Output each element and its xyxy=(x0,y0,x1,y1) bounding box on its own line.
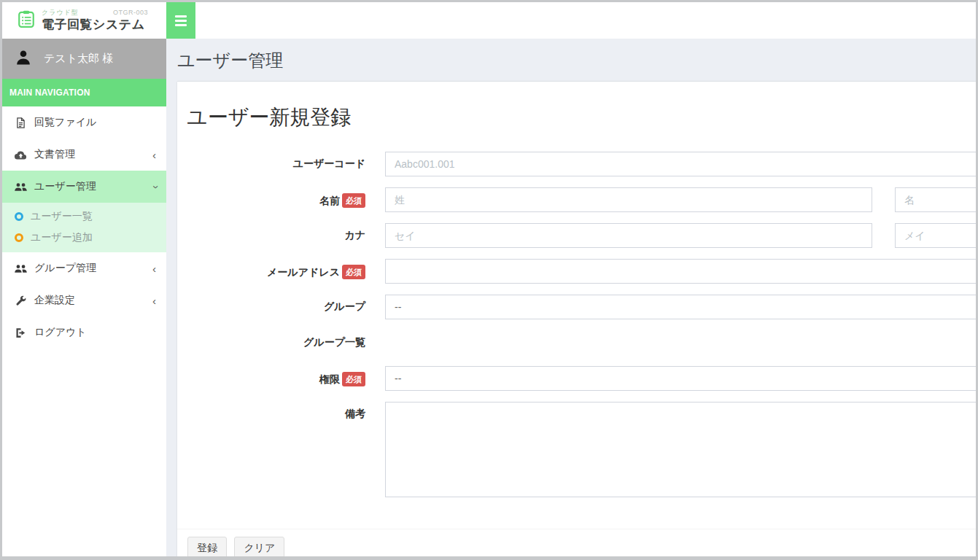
form-row-user-code: ユーザーコード xyxy=(185,152,976,176)
form-row-name: 名前必須 xyxy=(185,187,976,212)
sidebar-nav: 回覧ファイル 文書管理 ‹ xyxy=(2,106,166,349)
form-row-kana: カナ xyxy=(185,223,976,248)
sidebar-item-label: ユーザー管理 xyxy=(34,180,96,193)
form-row-group-list: グループ一覧 xyxy=(185,330,976,355)
sidebar-item-label: 文書管理 xyxy=(34,148,75,161)
clear-button[interactable]: クリア xyxy=(234,537,284,556)
sidebar: クラウド型 OTGR-003 電子回覧システム テスト太郎 様 MAIN NAV… xyxy=(2,2,166,556)
app-root: クラウド型 OTGR-003 電子回覧システム テスト太郎 様 MAIN NAV… xyxy=(2,2,976,556)
card-footer: 登録 クリア xyxy=(177,529,976,556)
sidebar-item-label: 企業設定 xyxy=(34,294,75,307)
sidebar-item-company-settings[interactable]: 企業設定 ‹ xyxy=(2,284,166,316)
required-badge: 必須 xyxy=(342,193,365,208)
kana-label: カナ xyxy=(185,223,385,241)
clipboard-icon xyxy=(17,9,36,31)
user-name: テスト太郎 様 xyxy=(44,52,113,66)
file-icon xyxy=(12,117,28,129)
role-label: 権限必須 xyxy=(185,366,385,386)
cloud-upload-icon xyxy=(12,148,28,162)
brand-text: クラウド型 OTGR-003 電子回覧システム xyxy=(42,9,151,33)
role-select[interactable]: -- xyxy=(385,366,976,391)
brand-tagline: クラウド型 xyxy=(42,9,79,16)
users-icon xyxy=(12,180,28,194)
form-row-email: メールアドレス必須 xyxy=(185,259,976,284)
user-panel: テスト太郎 様 xyxy=(2,39,166,79)
chevron-left-icon: ‹ xyxy=(152,263,156,274)
form-title: ユーザー新規登録 xyxy=(187,104,976,131)
chevron-left-icon: ‹ xyxy=(152,149,156,160)
sidebar-subitem-label: ユーザー追加 xyxy=(31,231,93,244)
chevron-down-icon: ‹ xyxy=(149,185,160,189)
user-icon xyxy=(15,49,32,69)
group-select[interactable]: -- xyxy=(385,295,976,319)
sidebar-subitem-user-add[interactable]: ユーザー追加 xyxy=(2,227,166,248)
form-row-group: グループ -- xyxy=(185,295,976,319)
sidebar-item-circulation-files[interactable]: 回覧ファイル xyxy=(2,106,166,139)
submit-button[interactable]: 登録 xyxy=(187,537,227,556)
top-navbar xyxy=(166,2,976,39)
group-list-label: グループ一覧 xyxy=(185,330,385,348)
last-name-input[interactable] xyxy=(385,187,872,212)
user-management-submenu: ユーザー一覧 ユーザー追加 xyxy=(2,203,166,252)
form-row-note: 備考 xyxy=(185,402,976,497)
last-kana-input[interactable] xyxy=(385,223,872,248)
main-area: ユーザー管理 ユーザー新規登録 ユーザーコード xyxy=(166,2,976,556)
sidebar-subitem-label: ユーザー一覧 xyxy=(31,210,93,223)
content: ユーザー管理 ユーザー新規登録 ユーザーコード xyxy=(166,39,976,556)
user-code-label: ユーザーコード xyxy=(185,152,385,169)
brand-logo[interactable]: クラウド型 OTGR-003 電子回覧システム xyxy=(2,2,166,39)
required-badge: 必須 xyxy=(342,265,365,279)
sidebar-item-label: 回覧ファイル xyxy=(34,116,96,129)
user-code-input[interactable] xyxy=(385,152,976,176)
circle-o-icon xyxy=(15,212,23,221)
sidebar-item-user-management[interactable]: ユーザー管理 ‹ xyxy=(2,171,166,203)
chevron-left-icon: ‹ xyxy=(152,295,156,306)
hamburger-icon xyxy=(175,15,187,18)
content-header: ユーザー管理 xyxy=(166,39,976,81)
sidebar-toggle-button[interactable] xyxy=(166,2,195,39)
brand-title: 電子回覧システム xyxy=(42,18,145,31)
brand-code: OTGR-003 xyxy=(113,9,148,16)
group-label: グループ xyxy=(185,295,385,312)
note-label: 備考 xyxy=(185,402,385,419)
note-textarea[interactable] xyxy=(385,402,976,497)
nav-header: MAIN NAVIGATION xyxy=(2,79,166,106)
sidebar-item-group-management[interactable]: グループ管理 ‹ xyxy=(2,252,166,284)
page-title: ユーザー管理 xyxy=(177,50,283,70)
required-badge: 必須 xyxy=(342,372,365,386)
sign-out-icon xyxy=(12,327,28,339)
name-label: 名前必須 xyxy=(185,187,385,208)
sidebar-item-logout[interactable]: ログアウト xyxy=(2,316,166,349)
email-input[interactable] xyxy=(385,259,976,284)
first-name-input[interactable] xyxy=(895,187,976,212)
sidebar-item-document-management[interactable]: 文書管理 ‹ xyxy=(2,139,166,171)
users-icon xyxy=(12,262,28,276)
user-register-card: ユーザー新規登録 ユーザーコード 名前必須 xyxy=(177,81,976,556)
form-row-role: 権限必須 -- xyxy=(185,366,976,391)
card-body: ユーザー新規登録 ユーザーコード 名前必須 xyxy=(177,82,976,529)
sidebar-item-label: ログアウト xyxy=(34,326,87,339)
circle-o-icon xyxy=(15,233,23,242)
email-label: メールアドレス必須 xyxy=(185,259,385,279)
sidebar-item-label: グループ管理 xyxy=(34,262,96,275)
first-kana-input[interactable] xyxy=(895,223,976,248)
sidebar-subitem-user-list[interactable]: ユーザー一覧 xyxy=(2,206,166,227)
wrench-icon xyxy=(12,295,28,307)
